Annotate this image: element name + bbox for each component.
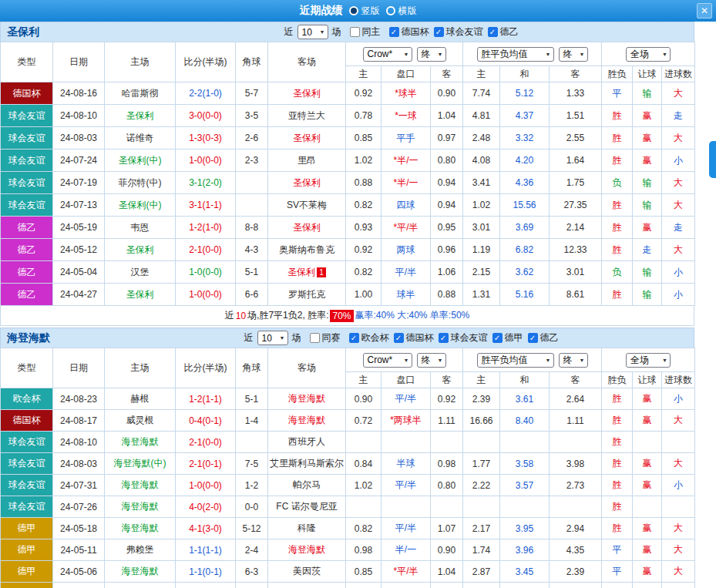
away-team-name: 海登海默 bbox=[288, 415, 325, 425]
match-row: 德甲24-04-29达姆斯塔特0-1(0-0)3-8海登海默0.96*平/半0.… bbox=[1, 583, 695, 588]
corner-cell: 2-6 bbox=[236, 127, 268, 150]
league-cell: 德甲 bbox=[1, 561, 53, 583]
checkbox-checked-icon[interactable]: ✓ bbox=[349, 333, 359, 343]
league-filter[interactable]: ✓德国杯 bbox=[389, 25, 429, 39]
checkbox-checked-icon[interactable]: ✓ bbox=[488, 27, 498, 37]
date-cell: 24-05-06 bbox=[53, 561, 105, 583]
goals-result-cell: 大 bbox=[662, 539, 695, 561]
away-team-cell: 圣保利1 bbox=[268, 261, 346, 284]
handicap-result-cell: 赢 bbox=[633, 583, 662, 588]
col-score: 比分(半场) bbox=[176, 42, 236, 82]
avg-select[interactable]: 胜平负均值 ▼ bbox=[477, 47, 554, 62]
home-team-cell: 汉堡 bbox=[105, 261, 176, 284]
result-cell: 胜 bbox=[602, 105, 633, 127]
match-row: 德国杯24-08-17威灵根0-4(0-1)1-4海登海默0.72*两球半1.1… bbox=[1, 410, 695, 432]
odds-away-cell bbox=[431, 496, 463, 518]
handicap-result-cell: 赢 bbox=[633, 127, 662, 150]
odds-away-cell: 1.07 bbox=[431, 518, 463, 539]
avg-final-value: 终 bbox=[563, 354, 573, 367]
layout-radio-horizontal[interactable]: 横版 bbox=[386, 5, 417, 18]
bookmaker-select[interactable]: Crow* ▼ bbox=[363, 353, 412, 368]
result-cell: 胜 bbox=[602, 239, 633, 261]
avg-home-cell: 2.87 bbox=[463, 561, 500, 583]
avg-away-cell: 1.33 bbox=[550, 82, 602, 105]
avg-draw-cell bbox=[500, 496, 550, 518]
league-filter[interactable]: ✓德乙 bbox=[528, 331, 559, 344]
checkbox-checked-icon[interactable]: ✓ bbox=[394, 333, 404, 343]
result-cell: 胜 bbox=[602, 496, 633, 518]
goals-result-cell: 大 bbox=[662, 239, 695, 261]
checkbox-checked-icon[interactable]: ✓ bbox=[439, 333, 449, 343]
match-count-select[interactable]: 10 ▼ bbox=[257, 331, 288, 345]
team-name: 圣保利 bbox=[7, 25, 39, 39]
match-row: 德乙24-05-12圣保利2-1(0-0)4-3奥斯纳布鲁克0.92两球0.96… bbox=[1, 239, 695, 261]
avg-home-cell: 2.48 bbox=[463, 127, 500, 150]
avg-final-select[interactable]: 终 ▼ bbox=[559, 353, 588, 368]
bookmaker-select[interactable]: Crow* ▼ bbox=[363, 47, 412, 62]
avg-away-cell: 2.64 bbox=[550, 388, 602, 410]
handicap-result-cell: 赢 bbox=[633, 561, 662, 583]
avg-final-value: 终 bbox=[563, 48, 573, 61]
layout-radio-vertical[interactable]: 竖版 bbox=[349, 5, 380, 18]
col-away: 客场 bbox=[268, 348, 346, 388]
side-panel-handle[interactable] bbox=[709, 141, 716, 178]
checkbox-checked-icon[interactable]: ✓ bbox=[389, 27, 399, 37]
close-button[interactable]: ✕ bbox=[697, 3, 712, 18]
league-filter[interactable]: ✓德甲 bbox=[492, 331, 523, 344]
home-team-cell: 诺维奇 bbox=[105, 127, 176, 150]
score-cell: 2-1(0-1) bbox=[176, 453, 236, 475]
scope-select[interactable]: 全场 ▼ bbox=[626, 47, 671, 62]
checkbox-unchecked-icon[interactable] bbox=[310, 333, 320, 343]
checkbox-unchecked-icon[interactable] bbox=[350, 27, 360, 37]
avg-home-cell: 16.66 bbox=[463, 410, 500, 432]
handicap-result-cell: 赢 bbox=[633, 150, 662, 172]
team-name: 海登海默 bbox=[7, 331, 50, 345]
goals-result-cell: 大 bbox=[662, 410, 695, 432]
odds-away-cell: 1.06 bbox=[431, 261, 463, 284]
avg-select[interactable]: 胜平负均值 ▼ bbox=[477, 353, 554, 368]
handicap-result-cell: 输 bbox=[633, 82, 662, 105]
score-cell: 2-1(0-0) bbox=[176, 239, 236, 261]
checkbox-checked-icon[interactable]: ✓ bbox=[528, 333, 538, 343]
date-cell: 24-07-13 bbox=[53, 194, 105, 217]
radio-checked-icon[interactable] bbox=[349, 6, 358, 15]
odds-final-select[interactable]: 终 ▼ bbox=[417, 47, 446, 62]
sub-col-let: 让球 bbox=[633, 372, 662, 388]
score-cell: 2-1(0-0) bbox=[176, 432, 236, 453]
league-filter[interactable]: ✓球会友谊 bbox=[439, 331, 488, 344]
date-cell: 24-08-03 bbox=[53, 127, 105, 150]
score-cell: 1-0(0-0) bbox=[176, 284, 236, 306]
avg-away-cell: 8.61 bbox=[550, 284, 602, 306]
col-date: 日期 bbox=[53, 348, 105, 388]
avg-away-cell: 1.11 bbox=[550, 410, 602, 432]
checkbox-checked-icon[interactable]: ✓ bbox=[434, 27, 444, 37]
odds-away-cell: 0.90 bbox=[431, 82, 463, 105]
match-count-select[interactable]: 10 ▼ bbox=[297, 25, 328, 39]
away-team-cell: 里昂 bbox=[268, 150, 346, 172]
col-corner: 角球 bbox=[236, 348, 268, 388]
league-filter[interactable]: ✓德国杯 bbox=[394, 331, 434, 344]
avg-final-select[interactable]: 终 ▼ bbox=[559, 47, 588, 62]
match-row: 德国杯24-08-16哈雷斯彻2-2(1-0)5-7圣保利0.92*球半0.90… bbox=[1, 82, 695, 105]
odds-final-select[interactable]: 终 ▼ bbox=[417, 353, 446, 368]
radio-unchecked-icon[interactable] bbox=[386, 6, 395, 15]
avg-draw-cell: 3.69 bbox=[500, 217, 550, 239]
odds-header-cell: Crow* ▼ 终 ▼ bbox=[346, 42, 463, 66]
league-filter[interactable]: ✓欧会杯 bbox=[349, 331, 389, 344]
same-venue-filter[interactable]: 同主 bbox=[350, 25, 381, 39]
date-cell: 24-05-12 bbox=[53, 239, 105, 261]
league-filter[interactable]: ✓德乙 bbox=[488, 25, 519, 39]
same-competition-filter[interactable]: 同赛 bbox=[310, 331, 341, 344]
goals-result-cell: 大 bbox=[662, 194, 695, 217]
odds-home-cell: 0.96 bbox=[346, 583, 382, 588]
league-filter-label: 球会友谊 bbox=[451, 331, 488, 344]
scope-select[interactable]: 全场 ▼ bbox=[626, 353, 671, 368]
avg-draw-cell bbox=[500, 432, 550, 453]
col-date: 日期 bbox=[53, 42, 105, 82]
goals-result-cell: 大 bbox=[662, 127, 695, 150]
goals-result-cell: 小 bbox=[662, 583, 695, 588]
home-team-cell: 赫根 bbox=[105, 388, 176, 410]
league-filter[interactable]: ✓球会友谊 bbox=[434, 25, 483, 39]
checkbox-checked-icon[interactable]: ✓ bbox=[492, 333, 503, 343]
avg-away-cell: 27.35 bbox=[550, 194, 602, 217]
